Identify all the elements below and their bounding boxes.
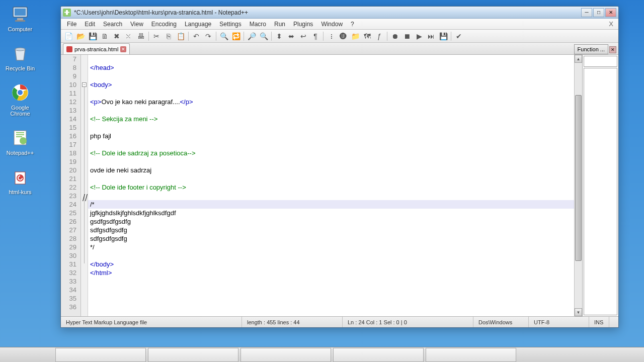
play-multi-icon[interactable]: ⏭ — [426, 31, 437, 42]
fold-column[interactable]: − — [81, 55, 88, 316]
save-all-icon[interactable]: 🗎 — [99, 31, 110, 42]
desktop-label: Recycle Bin — [3, 65, 38, 71]
status-filetype: Hyper Text Markup Language file — [61, 317, 242, 327]
desktop-label: Google Chrome — [3, 105, 38, 117]
scroll-thumb[interactable] — [575, 95, 582, 261]
minimize-button[interactable]: ─ — [581, 8, 592, 17]
code-content[interactable]: </head><body><p>Ovo je kao neki paragraf… — [88, 55, 574, 316]
tabbar: prva-stranica.html ✕ Function ...✕ — [61, 43, 618, 55]
svg-point-7 — [18, 90, 23, 95]
spell-icon[interactable]: ✔ — [453, 31, 464, 42]
status-encoding: UTF-8 — [529, 317, 589, 327]
line-number-gutter: 7891011121314151617181920212223242526272… — [61, 55, 81, 316]
status-length-lines: length : 455 lines : 44 — [242, 317, 343, 327]
taskbar-item[interactable] — [55, 348, 146, 362]
fold-toggle[interactable]: − — [82, 82, 87, 87]
save-macro-icon[interactable]: 💾 — [438, 31, 449, 42]
close-icon[interactable]: ✖ — [111, 31, 122, 42]
desktop-icon-chrome[interactable]: Google Chrome — [3, 82, 38, 117]
redo-icon[interactable]: ↷ — [203, 31, 214, 42]
function-search-input[interactable] — [584, 56, 617, 67]
desktop-icons: Computer Recycle Bin Google Chrome Notep… — [3, 4, 38, 206]
show-all-icon[interactable]: ¶ — [310, 31, 321, 42]
status-eol: Dos\Windows — [473, 317, 529, 327]
menu-language[interactable]: Language — [181, 20, 215, 29]
maximize-button[interactable]: □ — [593, 8, 604, 17]
save-icon[interactable]: 💾 — [87, 31, 98, 42]
tab-close-button[interactable]: ✕ — [120, 46, 126, 52]
function-list-close[interactable]: ✕ — [609, 46, 616, 53]
menubar-close-button[interactable]: X — [606, 20, 616, 28]
menu-window[interactable]: Window — [317, 20, 347, 29]
desktop-icon-computer[interactable]: Computer — [3, 4, 38, 32]
user-lang-icon[interactable]: 🅤 — [338, 31, 349, 42]
sync-v-icon[interactable]: ⬍ — [274, 31, 285, 42]
replace-icon[interactable]: 🔁 — [230, 31, 242, 42]
menu-file[interactable]: File — [63, 20, 80, 29]
recycle-bin-icon — [10, 43, 30, 63]
desktop-label: Computer — [3, 26, 38, 32]
new-file-icon[interactable]: 📄 — [63, 31, 74, 42]
file-tab[interactable]: prva-stranica.html ✕ — [63, 43, 130, 54]
menu-view[interactable]: View — [126, 20, 147, 29]
play-icon[interactable]: ▶ — [414, 31, 425, 42]
indent-guide-icon[interactable]: ⫶ — [326, 31, 337, 42]
desktop-icon-htmlkurs[interactable]: html-kurs — [3, 167, 38, 195]
open-file-icon[interactable]: 📂 — [75, 31, 86, 42]
menu-macro[interactable]: Macro — [246, 20, 270, 29]
scroll-up-button[interactable]: ▲ — [575, 55, 582, 63]
desktop-icon-recyclebin[interactable]: Recycle Bin — [3, 43, 38, 71]
menu-edit[interactable]: Edit — [80, 20, 99, 29]
vertical-scrollbar[interactable]: ▲ ▼ — [574, 55, 582, 316]
tab-label: prva-stranica.html — [74, 46, 118, 52]
function-list[interactable] — [584, 68, 617, 315]
stop-icon[interactable]: ⏹ — [401, 31, 413, 42]
record-icon[interactable]: ⏺ — [389, 31, 400, 42]
paste-icon[interactable]: 📋 — [175, 31, 186, 42]
taskbar-item[interactable] — [333, 348, 424, 362]
menu-search[interactable]: Search — [99, 20, 126, 29]
scroll-down-button[interactable]: ▼ — [575, 308, 582, 316]
computer-icon — [10, 4, 30, 24]
copy-icon[interactable]: ⎘ — [163, 31, 174, 42]
status-insert-mode: INS — [589, 317, 609, 327]
titlebar[interactable]: *C:\Users\john\Desktop\html-kurs\prva-st… — [61, 7, 618, 19]
cut-icon[interactable]: ✂ — [151, 31, 162, 42]
wrap-icon[interactable]: ↩ — [298, 31, 309, 42]
print-icon[interactable]: 🖶 — [135, 31, 146, 42]
svg-point-4 — [15, 48, 25, 51]
undo-icon[interactable]: ↶ — [191, 31, 202, 42]
taskbar-item[interactable] — [240, 348, 331, 362]
menu-encoding[interactable]: Encoding — [147, 20, 181, 29]
svg-rect-2 — [17, 18, 23, 20]
statusbar: Hyper Text Markup Language file length :… — [61, 316, 618, 327]
taskbar-item[interactable] — [426, 348, 516, 362]
taskbar-item[interactable] — [148, 348, 238, 362]
find-icon[interactable]: 🔍 — [218, 31, 229, 42]
code-panel[interactable]: 7891011121314151617181920212223242526272… — [61, 55, 582, 316]
taskbar[interactable] — [0, 347, 644, 362]
menubar: File Edit Search View Encoding Language … — [61, 19, 618, 30]
folder-icon[interactable]: 📁 — [350, 31, 361, 42]
notepadpp-icon — [10, 128, 30, 148]
editor-area: 7891011121314151617181920212223242526272… — [61, 55, 618, 316]
zoom-in-icon[interactable]: 🔎 — [246, 31, 257, 42]
window-title: *C:\Users\john\Desktop\html-kurs\prva-st… — [74, 9, 581, 16]
menu-run[interactable]: Run — [270, 20, 289, 29]
toolbar: 📄📂💾🗎✖⛌🖶✂⎘📋↶↷🔍🔁🔎🔍⬍⬌↩¶⫶🅤📁🗺ƒ⏺⏹▶⏭💾✔ — [61, 30, 618, 43]
zoom-out-icon[interactable]: 🔍 — [258, 31, 269, 42]
menu-help[interactable]: ? — [347, 20, 358, 29]
function-list-panel — [582, 55, 618, 316]
func-list-icon[interactable]: ƒ — [374, 31, 385, 42]
menu-plugins[interactable]: Plugins — [289, 20, 317, 29]
folder-icon — [10, 167, 30, 187]
status-position: Ln : 24 Col : 1 Sel : 0 | 0 — [343, 317, 473, 327]
close-all-icon[interactable]: ⛌ — [123, 31, 134, 42]
doc-map-icon[interactable]: 🗺 — [362, 31, 373, 42]
desktop-label: html-kurs — [3, 189, 38, 195]
function-list-button[interactable]: Function ... — [574, 44, 608, 54]
close-button[interactable]: ✕ — [605, 8, 616, 17]
menu-settings[interactable]: Settings — [215, 20, 245, 29]
desktop-icon-notepadpp[interactable]: Notepad++ — [3, 128, 38, 156]
sync-h-icon[interactable]: ⬌ — [286, 31, 297, 42]
